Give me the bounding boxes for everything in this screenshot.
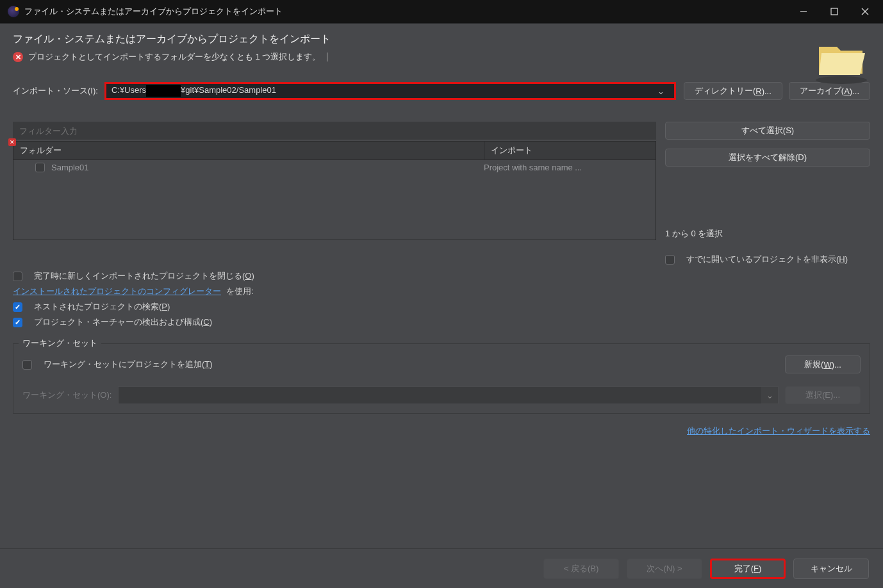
- wizard-footer: < 戻る(B) 次へ(N) > 完了(F) キャンセル: [0, 548, 883, 588]
- chevron-down-icon: ⌄: [761, 387, 778, 404]
- add-to-ws-label: ワーキング・セットにプロジェクトを追加(T): [44, 359, 213, 370]
- finish-button[interactable]: 完了(F): [710, 559, 786, 579]
- search-nested-label: ネストされたプロジェクトの検索(P): [34, 301, 170, 313]
- table-row[interactable]: Sample01 Project with same name ...: [13, 160, 656, 175]
- import-source-value: C:¥Users¥git¥Sample02/Sample01: [111, 85, 654, 97]
- detect-nature-checkbox[interactable]: [13, 318, 22, 327]
- titlebar: ファイル・システムまたはアーカイブからプロジェクトをインポート: [0, 0, 883, 23]
- cancel-button[interactable]: キャンセル: [793, 559, 869, 579]
- hide-open-label: すでに開いているプロジェクトを非表示(H): [686, 254, 848, 265]
- select-ws-button: 選択(E)...: [785, 386, 861, 404]
- filter-input[interactable]: [13, 122, 656, 140]
- hide-open-checkbox[interactable]: [665, 255, 675, 265]
- text-cursor: [327, 53, 327, 61]
- header-message: プロジェクトとしてインポートするフォルダーを少なくとも 1 つ選択します。: [28, 51, 320, 63]
- redacted-text: [146, 85, 181, 97]
- row-folder: Sample01: [51, 163, 89, 172]
- minimize-button[interactable]: [788, 0, 819, 23]
- ws-combo: ⌄: [118, 386, 779, 404]
- page-title: ファイル・システムまたはアーカイブからプロジェクトをインポート: [13, 33, 870, 46]
- wizard-header: ファイル・システムまたはアーカイブからプロジェクトをインポート ✕ プロジェクト…: [0, 23, 883, 72]
- new-ws-button[interactable]: 新規(W)...: [785, 355, 861, 373]
- table-header: ✕ フォルダー インポート: [13, 141, 656, 160]
- close-on-finish-label: 完了時に新しくインポートされたプロジェクトを閉じる(O): [34, 270, 254, 282]
- more-wizards-link[interactable]: 他の特化したインポート・ウィザードを表示する: [687, 426, 870, 436]
- import-source-combo[interactable]: C:¥Users¥git¥Sample02/Sample01 ⌄: [104, 82, 676, 100]
- configurators-link[interactable]: インストールされたプロジェクトのコンフィグレーター: [13, 286, 221, 297]
- next-button: 次へ(N) >: [627, 559, 702, 579]
- maximize-button[interactable]: [819, 0, 850, 23]
- col-import[interactable]: インポート: [484, 142, 656, 159]
- workingset-legend: ワーキング・セット: [19, 338, 101, 349]
- deselect-all-button[interactable]: 選択をすべて解除(D): [665, 149, 870, 167]
- folder-banner-icon: [813, 35, 870, 87]
- chevron-down-icon[interactable]: ⌄: [654, 86, 669, 96]
- configurators-suffix: を使用:: [226, 286, 254, 297]
- col-folder[interactable]: フォルダー: [13, 142, 484, 159]
- svg-point-1: [816, 76, 867, 84]
- selection-info: 1 から 0 を選択: [665, 228, 870, 240]
- eclipse-icon: [8, 6, 19, 17]
- row-import-as: Project with same name ...: [484, 163, 649, 172]
- directory-button[interactable]: ディレクトリー(R)...: [684, 82, 782, 100]
- search-nested-checkbox[interactable]: [13, 302, 22, 312]
- detect-nature-label: プロジェクト・ネーチャーの検出および構成(C): [34, 316, 212, 328]
- svg-rect-0: [831, 8, 838, 15]
- select-all-button[interactable]: すべて選択(S): [665, 122, 870, 140]
- error-icon: ✕: [13, 52, 23, 62]
- workingset-fieldset: ワーキング・セット ワーキング・セットにプロジェクトを追加(T) 新規(W)..…: [13, 343, 870, 414]
- window-title: ファイル・システムまたはアーカイブからプロジェクトをインポート: [24, 6, 788, 17]
- back-button: < 戻る(B): [543, 559, 619, 579]
- remove-icon[interactable]: ✕: [8, 138, 16, 146]
- table-body: Sample01 Project with same name ...: [13, 160, 656, 240]
- import-source-label: インポート・ソース(I):: [13, 85, 98, 97]
- row-checkbox[interactable]: [35, 163, 45, 172]
- close-button[interactable]: [850, 0, 880, 23]
- close-on-finish-checkbox[interactable]: [13, 272, 22, 281]
- ws-label: ワーキング・セット(O):: [22, 389, 111, 401]
- add-to-ws-checkbox[interactable]: [22, 360, 32, 370]
